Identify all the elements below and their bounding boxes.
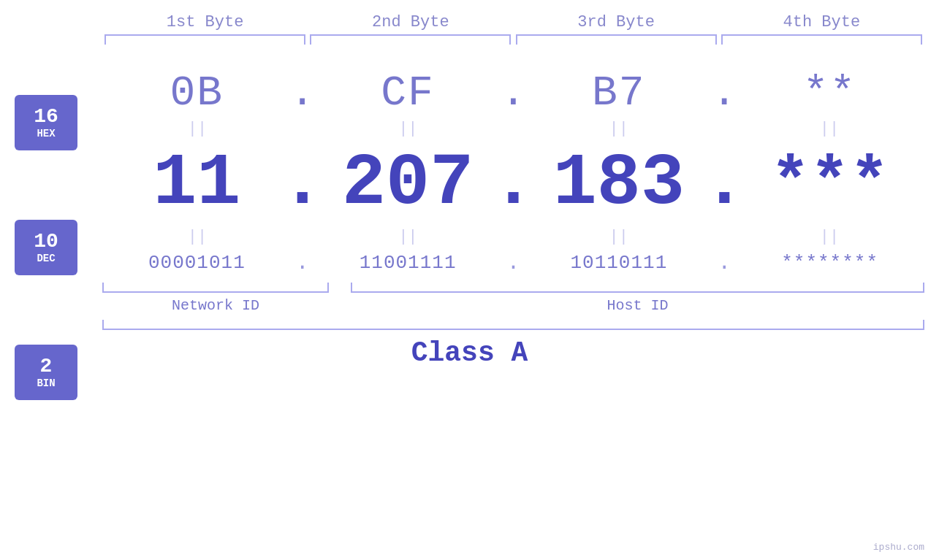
host-id-bracket: [351, 283, 924, 293]
hex-byte2: CF: [381, 69, 435, 117]
bin-byte2-cell: 11001111: [313, 252, 503, 274]
bracket-1: [104, 34, 305, 45]
class-bracket: [102, 320, 924, 330]
dec-byte1: 11: [153, 142, 240, 225]
dec-byte3-cell: 183: [525, 142, 714, 225]
hex-byte1-cell: 0B: [102, 69, 292, 117]
hex-byte3-cell: B7: [525, 69, 714, 117]
bin-base-name: BIN: [37, 377, 55, 389]
bin-byte2: 11001111: [360, 252, 457, 274]
byte4-header: 4th Byte: [721, 13, 922, 31]
bin-byte4: ********: [781, 252, 878, 274]
eq1-b2: ||: [313, 120, 503, 138]
id-labels-row: Network ID Host ID: [0, 297, 939, 314]
bin-byte1-cell: 00001011: [102, 252, 292, 274]
network-id-bracket: [102, 283, 329, 293]
dec-byte4-cell: ***: [735, 147, 924, 221]
hex-dot2: .: [503, 69, 525, 117]
dec-byte2: 207: [342, 142, 474, 225]
hex-byte4: **: [803, 69, 857, 117]
main-container: 1st Byte 2nd Byte 3rd Byte 4th Byte 16 H…: [0, 0, 939, 560]
dec-byte4: ***: [771, 147, 889, 221]
bin-row: 00001011 . 11001111 . 10110111 . *******…: [0, 250, 939, 275]
dec-dot1: .: [292, 142, 313, 225]
eq2-b2: ||: [313, 228, 503, 246]
eq1-b3: ||: [524, 120, 714, 138]
bin-base-number: 2: [40, 356, 53, 378]
dec-base-number: 10: [34, 231, 58, 253]
dec-dot3: .: [713, 142, 735, 225]
eq2-b4: ||: [734, 228, 924, 246]
bin-base-box: 2 BIN: [15, 345, 77, 400]
hex-byte2-cell: CF: [313, 69, 503, 117]
hex-dot1: .: [292, 69, 313, 117]
bracket-3: [516, 34, 717, 45]
eq2-b1: ||: [102, 228, 292, 246]
watermark: ipshu.com: [873, 542, 924, 553]
equals-row-2: || || || ||: [0, 228, 939, 246]
byte-headers: 1st Byte 2nd Byte 3rd Byte 4th Byte: [0, 13, 939, 31]
equals-row-1: || || || ||: [0, 120, 939, 138]
network-id-label: Network ID: [102, 297, 329, 314]
bin-byte3: 10110111: [570, 252, 667, 274]
bin-dot2: .: [503, 250, 525, 275]
bin-dot3: .: [713, 250, 735, 275]
bottom-bracket-area: [0, 283, 939, 293]
host-id-label: Host ID: [351, 297, 924, 314]
dec-base-name: DEC: [37, 253, 55, 264]
dec-byte2-cell: 207: [313, 142, 503, 225]
hex-base-number: 16: [34, 106, 58, 129]
bracket-4: [721, 34, 922, 45]
byte2-header: 2nd Byte: [310, 13, 511, 31]
dec-byte1-cell: 11: [102, 142, 292, 225]
base-labels: 16 HEX 10 DEC 2 BIN: [15, 95, 77, 400]
hex-byte1: 0B: [170, 69, 224, 117]
dec-base-box: 10 DEC: [15, 220, 77, 275]
eq1-b4: ||: [734, 120, 924, 138]
bin-dot1: .: [292, 250, 313, 275]
hex-byte4-cell: **: [735, 69, 924, 117]
bin-byte4-cell: ********: [735, 252, 924, 274]
eq2-b3: ||: [524, 228, 714, 246]
bracket-2: [310, 34, 511, 45]
eq1-b1: ||: [102, 120, 292, 138]
bin-byte1: 00001011: [148, 252, 246, 274]
byte1-header: 1st Byte: [104, 13, 305, 31]
dec-dot2: .: [503, 142, 525, 225]
dec-byte3: 183: [553, 142, 685, 225]
class-label: Class A: [0, 337, 939, 369]
byte3-header: 3rd Byte: [516, 13, 717, 31]
hex-byte3: B7: [592, 69, 646, 117]
dec-row: 11 . 207 . 183 . ***: [0, 142, 939, 225]
bin-byte3-cell: 10110111: [525, 252, 714, 274]
hex-base-name: HEX: [37, 128, 55, 139]
hex-dot3: .: [713, 69, 735, 117]
hex-row: 0B . CF . B7 . **: [0, 69, 939, 117]
hex-base-box: 16 HEX: [15, 95, 77, 150]
top-brackets: [0, 34, 939, 45]
